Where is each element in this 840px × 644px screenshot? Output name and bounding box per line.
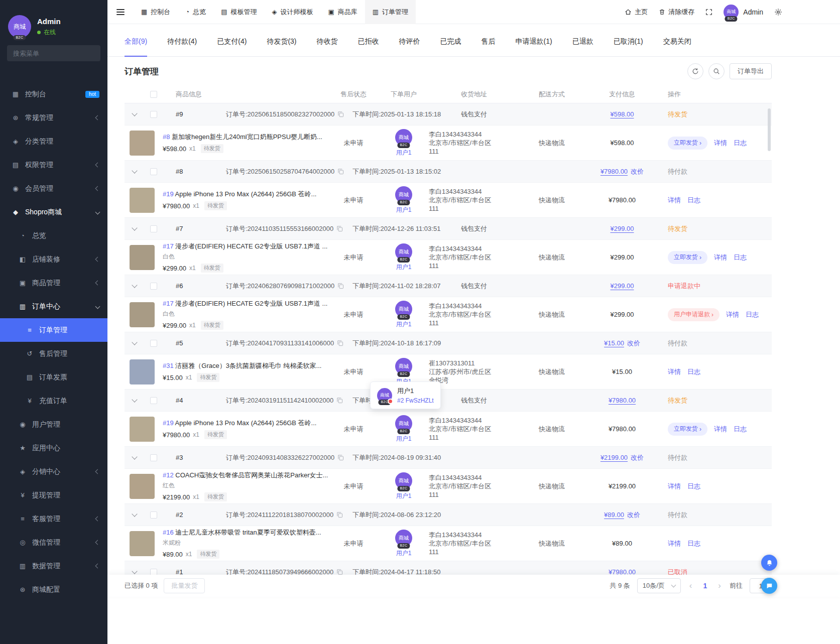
select-all-checkbox[interactable] [150, 91, 157, 98]
home-button[interactable]: 主页 [625, 8, 648, 17]
refresh-button[interactable] [687, 63, 703, 79]
sidebar-item-goods-manage[interactable]: ▣ 商品管理 [0, 271, 107, 295]
detail-link[interactable]: 详情 [668, 539, 681, 548]
sidebar-item-data-manage[interactable]: ▥ 数据管理 [0, 554, 107, 578]
change-price-link[interactable]: 改价 [631, 167, 644, 176]
sidebar-item-general-manage[interactable]: ⊛ 常规管理 [0, 106, 107, 130]
status-tab-pending-receipt[interactable]: 待收货 [317, 37, 338, 56]
copy-icon[interactable] [337, 283, 344, 289]
user-refund-button[interactable]: 用户申请退款› [668, 308, 719, 321]
copy-icon[interactable] [336, 397, 343, 404]
sidebar-item-store-decoration[interactable]: ◧ 店铺装修 [0, 247, 107, 271]
detail-link[interactable]: 详情 [668, 367, 681, 376]
sidebar-search-input[interactable] [13, 50, 101, 57]
sidebar-item-order-manage[interactable]: ≡ 订单管理 [0, 318, 107, 342]
current-page[interactable]: 1 [701, 582, 710, 590]
status-tab-cancelled[interactable]: 已取消(1) [614, 37, 643, 56]
log-link[interactable]: 日志 [734, 425, 747, 434]
status-tab-pending-shipment[interactable]: 待发货(3) [267, 37, 296, 56]
order-amount-link[interactable]: ¥7980.00 [609, 568, 636, 575]
sidebar-item-recharge-order[interactable]: ¥ 充值订单 [0, 389, 107, 413]
export-orders-button[interactable]: 订单导出 [730, 63, 772, 79]
popover-user-id-link[interactable]: #2 FwSzHZLt [397, 397, 434, 404]
sidebar-item-app-center[interactable]: ★ 应用中心 [0, 436, 107, 460]
fullscreen-icon[interactable] [705, 9, 712, 16]
buyer-name-link[interactable]: 用户1 [396, 206, 412, 214]
status-tab-paid[interactable]: 已支付(4) [217, 37, 247, 56]
copy-icon[interactable] [337, 111, 344, 117]
page-size-select[interactable]: 10条/页 [637, 578, 681, 593]
status-tab-rejected[interactable]: 已拒收 [358, 37, 379, 56]
detail-link[interactable]: 详情 [714, 139, 727, 148]
status-tab-aftersale[interactable]: 售后 [482, 37, 496, 56]
order-amount-link[interactable]: ¥299.00 [611, 282, 634, 290]
order-amount-link[interactable]: ¥598.00 [611, 110, 634, 118]
row-checkbox[interactable] [150, 340, 157, 347]
order-amount-link[interactable]: ¥7980.00 [609, 397, 636, 404]
product-title-link[interactable]: #8 新加坡hegen新生儿240ml宽口奶瓶PPSU婴儿断奶... [163, 133, 328, 142]
expand-row-icon[interactable] [132, 282, 137, 288]
buyer-name-link[interactable]: 用户1 [396, 492, 412, 500]
next-page-button[interactable]: › [716, 581, 723, 591]
detail-link[interactable]: 详情 [668, 482, 681, 491]
status-tab-refund-applied[interactable]: 申请退款(1) [516, 37, 552, 56]
log-link[interactable]: 日志 [687, 539, 700, 548]
sidebar-item-withdraw-manage[interactable]: ¥ 提现管理 [0, 483, 107, 507]
row-checkbox[interactable] [150, 397, 157, 404]
change-price-link[interactable]: 改价 [631, 453, 644, 462]
sidebar-item-service-manage[interactable]: ≡ 客服管理 [0, 507, 107, 531]
order-amount-link[interactable]: ¥7980.00 [601, 168, 628, 175]
log-link[interactable]: 日志 [687, 482, 700, 491]
expand-row-icon[interactable] [132, 339, 137, 345]
change-price-link[interactable]: 改价 [627, 510, 640, 520]
sidebar-item-member-manage[interactable]: ◉ 会员管理 [0, 177, 107, 200]
sidebar-item-distribution-center[interactable]: ◈ 分销中心 [0, 460, 107, 483]
sidebar-item-category-manage[interactable]: ◈ 分类管理 [0, 130, 107, 153]
log-link[interactable]: 日志 [687, 196, 700, 205]
nav-tab-goods-library[interactable]: ▣ 商品库 [320, 0, 365, 24]
order-amount-link[interactable]: ¥15.00 [604, 339, 624, 347]
nav-tab-designer-template[interactable]: ◈ 设计师模板 [264, 0, 320, 24]
status-tab-trade-closed[interactable]: 交易关闭 [663, 37, 691, 56]
nav-tab-order-manage[interactable]: ▥ 订单管理 [365, 0, 416, 24]
sidebar-item-shopro-mall[interactable]: ◆ Shopro商城 [0, 200, 107, 224]
scrollbar-thumb[interactable] [768, 108, 771, 151]
row-checkbox[interactable] [150, 168, 157, 175]
expand-row-icon[interactable] [132, 511, 137, 517]
sidebar-item-order-center[interactable]: ▥ 订单中心 [0, 295, 107, 318]
nav-tab-console[interactable]: ▦ 控制台 [134, 0, 178, 24]
sidebar-item-user-manage[interactable]: ◉ 用户管理 [0, 413, 107, 436]
detail-link[interactable]: 详情 [714, 425, 727, 434]
ship-now-button[interactable]: 立即发货› [668, 251, 707, 264]
status-tab-pending-review[interactable]: 待评价 [399, 37, 420, 56]
product-title-link[interactable]: #16 迪士尼儿童水杯带吸管 tritan夏季可爱双饮塑料壶... [163, 528, 328, 537]
expand-row-icon[interactable] [132, 110, 137, 116]
sidebar-item-aftersale-manage[interactable]: ↺ 售后管理 [0, 342, 107, 365]
row-checkbox[interactable] [150, 283, 157, 290]
buyer-name-link[interactable]: 用户1 [396, 149, 412, 157]
buyer-name-link[interactable]: 用户1 [396, 435, 412, 443]
product-title-link[interactable]: #19 Apple iPhone 13 Pro Max (A2644) 256G… [163, 419, 328, 428]
expand-row-icon[interactable] [132, 225, 137, 230]
sidebar-item-overview[interactable]: ◔ 总览 [0, 224, 107, 247]
detail-link[interactable]: 详情 [714, 253, 727, 262]
expand-row-icon[interactable] [132, 454, 137, 459]
expand-row-icon[interactable] [132, 568, 137, 574]
sidebar-item-wechat-manage[interactable]: ◎ 微信管理 [0, 531, 107, 554]
product-title-link[interactable]: #19 Apple iPhone 13 Pro Max (A2644) 256G… [163, 190, 328, 199]
status-tab-refunded[interactable]: 已退款 [572, 37, 593, 56]
order-amount-link[interactable]: ¥89.00 [604, 511, 624, 519]
product-title-link[interactable]: #17 漫步者(EDIFIER) HECATE G2专业版 USB7.1声道 .… [163, 299, 328, 308]
expand-row-icon[interactable] [132, 397, 137, 402]
copy-icon[interactable] [337, 168, 344, 175]
order-amount-link[interactable]: ¥299.00 [611, 225, 634, 232]
batch-ship-button[interactable]: 批量发货 [164, 578, 205, 593]
copy-icon[interactable] [337, 454, 344, 461]
ship-now-button[interactable]: 立即发货› [668, 137, 707, 150]
detail-link[interactable]: 详情 [726, 310, 739, 319]
buyer-name-link[interactable]: 用户1 [396, 263, 412, 272]
change-price-link[interactable]: 改价 [627, 339, 640, 348]
clear-cache-button[interactable]: 清除缓存 [659, 8, 694, 17]
row-checkbox[interactable] [150, 569, 157, 576]
log-link[interactable]: 日志 [687, 367, 700, 376]
